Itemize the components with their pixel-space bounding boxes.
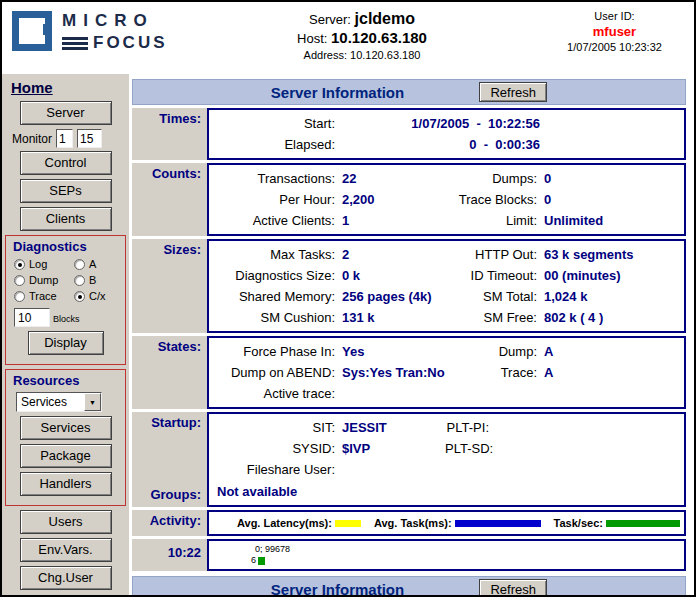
server-info-header-bar: Server Information Refresh: [132, 79, 686, 105]
clients-button[interactable]: Clients: [20, 207, 112, 231]
logo-text: MICRO FOCUS: [62, 8, 168, 74]
limit-value: Unlimited: [537, 210, 680, 231]
active-trace-label: Active trace:: [209, 383, 335, 404]
radio-icon[interactable]: [74, 259, 85, 270]
monitor-interval-input[interactable]: [56, 129, 73, 148]
envvars-button[interactable]: Env.Vars.: [20, 538, 112, 562]
force-phase-in-label: Force Phase In:: [209, 341, 335, 362]
package-button[interactable]: Package: [20, 444, 112, 468]
refresh-button-bottom[interactable]: Refresh: [479, 579, 547, 595]
a-radio-option[interactable]: A: [74, 258, 120, 270]
seps-button[interactable]: SEPs: [20, 179, 112, 203]
activity-legend: Avg. Latency(ms): Avg. Task(ms): Task/se…: [207, 510, 686, 536]
b-radio-option[interactable]: B: [74, 274, 120, 286]
states-content: Force Phase In: Yes Dump: A Dump on ABEN…: [207, 336, 686, 409]
blocks-input[interactable]: [14, 308, 50, 327]
empty-label: [445, 383, 537, 404]
shared-memory-label: Shared Memory:: [209, 286, 335, 307]
host-label: Host:: [297, 31, 327, 46]
services-button[interactable]: Services: [20, 416, 112, 440]
counts-label: Counts:: [132, 163, 207, 236]
limit-label: Limit:: [445, 210, 537, 231]
chevron-down-icon[interactable]: ▼: [84, 393, 101, 411]
address-label: Address:: [304, 49, 347, 61]
states-row: States: Force Phase In: Yes Dump: A Dump…: [132, 336, 686, 409]
times-row: Times: Start: 1/07/2005 - 10:22:56 Elaps…: [132, 108, 686, 160]
fileshare-user-label: Fileshare User:: [209, 459, 335, 480]
dump-radio-option[interactable]: Dump: [14, 274, 74, 286]
latency-legend-swatch: [335, 520, 361, 527]
trace-state-label: Trace:: [445, 362, 537, 383]
resources-title: Resources: [13, 373, 125, 388]
plt-pi-value: [489, 417, 680, 438]
sizes-row: Sizes: Max Tasks: 2 HTTP Out: 63 k segme…: [132, 239, 686, 333]
host-value: 10.120.63.180: [331, 29, 427, 46]
log-radio-label: Log: [29, 258, 47, 270]
header-timestamp: 1/07/2005 10:23:32: [547, 41, 682, 53]
diagnostics-size-value: 0 k: [335, 265, 445, 286]
trace-radio-option[interactable]: Trace: [14, 290, 74, 302]
radio-icon[interactable]: [14, 275, 25, 286]
b-radio-label: B: [89, 274, 96, 286]
sysid-value: $IVP: [335, 438, 445, 459]
sm-free-value: 802 k ( 4 ): [537, 307, 680, 328]
dump-state-label: Dump:: [445, 341, 537, 362]
sm-free-label: SM Free:: [445, 307, 537, 328]
radio-icon[interactable]: [14, 291, 25, 302]
sample-values: 0; 99678: [209, 544, 684, 555]
home-link[interactable]: Home: [11, 79, 53, 96]
handlers-button[interactable]: Handlers: [20, 472, 112, 496]
display-button[interactable]: Display: [28, 331, 104, 355]
startup-label-cell: Startup: Groups:: [132, 412, 207, 507]
resources-select[interactable]: Services ▼: [16, 392, 102, 412]
diagnostics-title: Diagnostics: [13, 239, 125, 254]
radio-icon[interactable]: [74, 275, 85, 286]
sm-cushion-label: SM Cushion:: [209, 307, 335, 328]
main-content: Server Information Refresh Times: Start:…: [129, 74, 694, 595]
activity-sample-content: 0; 99678 6: [207, 539, 686, 571]
max-tasks-value: 2: [335, 244, 445, 265]
max-tasks-label: Max Tasks:: [209, 244, 335, 265]
refresh-button[interactable]: Refresh: [479, 82, 547, 102]
logo-text-focus: FOCUS: [93, 33, 168, 53]
app-window: MICRO FOCUS Server: jcldemo Host: 10.120…: [0, 0, 696, 597]
per-hour-value: 2,200: [335, 189, 445, 210]
plt-sd-label: PLT-SD:: [445, 438, 489, 459]
active-clients-value: 1: [335, 210, 445, 231]
monitor-count-input[interactable]: [77, 129, 102, 148]
empty-value: [489, 459, 680, 480]
elapsed-value: 0 - 0:00:36: [335, 134, 540, 155]
user-id-label: User ID:: [547, 10, 682, 22]
radio-icon[interactable]: [14, 259, 25, 270]
task-ms-legend-swatch: [455, 520, 541, 527]
monitor-controls: Monitor: [12, 129, 129, 148]
blocks-label: Blocks: [53, 314, 80, 327]
control-button[interactable]: Control: [20, 151, 112, 175]
id-timeout-label: ID Timeout:: [445, 265, 537, 286]
counts-content: Transactions: 22 Dumps: 0 Per Hour: 2,20…: [207, 163, 686, 236]
trace-blocks-value: 0: [537, 189, 680, 210]
plt-pi-label: PLT-PI:: [445, 417, 489, 438]
trace-radio-label: Trace: [29, 290, 57, 302]
activity-row: Activity: Avg. Latency(ms): Avg. Task(ms…: [132, 510, 686, 536]
log-radio-option[interactable]: Log: [14, 258, 74, 270]
active-trace-value: [335, 383, 445, 404]
users-button[interactable]: Users: [20, 510, 112, 534]
dump-on-abend-label: Dump on ABEND:: [209, 362, 335, 383]
http-out-value: 63 k segments: [537, 244, 680, 265]
sample-task-count: 6: [251, 555, 256, 566]
server-button[interactable]: Server: [20, 101, 112, 125]
radio-icon[interactable]: [74, 291, 85, 302]
chguser-button[interactable]: Chg.User: [20, 566, 112, 590]
sidebar: Home Server Monitor Control SEPs Clients…: [2, 74, 129, 595]
sizes-content: Max Tasks: 2 HTTP Out: 63 k segments Dia…: [207, 239, 686, 333]
states-label: States:: [132, 336, 207, 409]
cx-radio-option[interactable]: C/x: [74, 290, 120, 302]
active-clients-label: Active Clients:: [209, 210, 335, 231]
transactions-label: Transactions:: [209, 168, 335, 189]
task-sec-mini-bar: [258, 557, 265, 565]
elapsed-label: Elapsed:: [209, 134, 335, 155]
a-radio-label: A: [89, 258, 96, 270]
http-out-label: HTTP Out:: [445, 244, 537, 265]
server-info-footer-bar: Server Information Refresh: [132, 576, 686, 595]
